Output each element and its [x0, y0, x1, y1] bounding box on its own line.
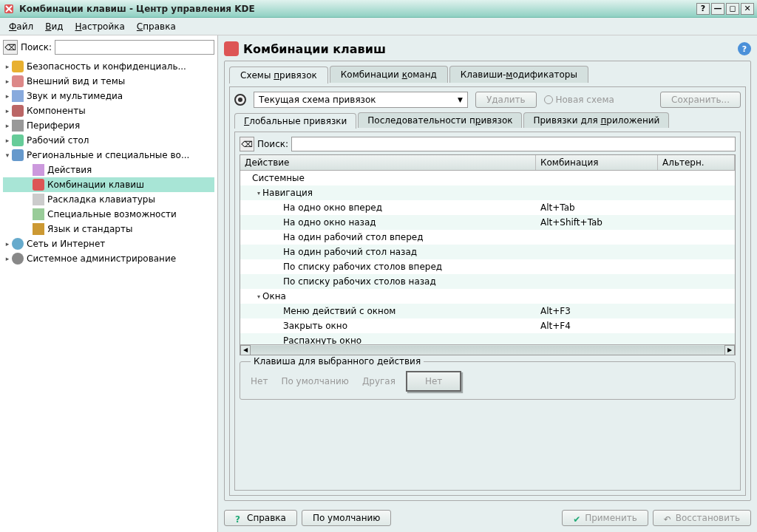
binding-subtabs: Глобальные привязкиПоследовательности пр…	[234, 112, 741, 128]
menu-file[interactable]: Файл	[3, 20, 39, 33]
page-title: Комбинации клавиш	[243, 42, 733, 56]
sidebar-item[interactable]: ▸Сеть и Интернет	[3, 236, 214, 251]
menu-settings[interactable]: Настройка	[69, 20, 131, 33]
table-row[interactable]: Закрыть окноAlt+F4	[240, 318, 735, 333]
delete-scheme-button[interactable]: Удалить	[475, 92, 537, 108]
table-row[interactable]: По списку рабочих столов вперед	[240, 259, 735, 274]
table-row[interactable]: ▾Навигация	[240, 185, 735, 200]
defaults-button[interactable]: По умолчанию	[302, 510, 392, 526]
group-legend: Клавиша для выбранного действия	[251, 356, 424, 366]
col-action[interactable]: Действие	[240, 155, 536, 170]
menu-help[interactable]: Справка	[131, 20, 182, 33]
radio-none[interactable]: Нет	[248, 376, 268, 386]
sidebar-item[interactable]: ▸Системное администрирование	[3, 251, 214, 266]
help-button[interactable]: ?	[696, 3, 710, 15]
footer-buttons: ?Справка По умолчанию ✔Применить ↶Восста…	[224, 505, 751, 526]
sidebar-subitem[interactable]: Раскладка клавиатуры	[3, 192, 214, 207]
shortcut-for-action-group: Клавиша для выбранного действия Нет По у…	[240, 361, 736, 400]
main-tab[interactable]: Комбинации команд	[330, 66, 448, 83]
sidebar-item[interactable]: ▸Компоненты	[3, 103, 214, 118]
window-title: Комбинации клавиш - Центр управления KDE	[19, 4, 696, 14]
table-row[interactable]: На один рабочий стол вперед	[240, 230, 735, 245]
table-row[interactable]: Системные	[240, 171, 735, 185]
main-tab[interactable]: Схемы привязок	[229, 66, 328, 83]
col-combo[interactable]: Комбинация	[536, 155, 658, 170]
sidebar-subitem[interactable]: Язык и стандарты	[3, 222, 214, 236]
app-icon	[3, 3, 15, 15]
restore-button[interactable]: ↶Восстановить	[653, 510, 751, 526]
sub-tab[interactable]: Последовательности привязок	[358, 112, 522, 128]
radio-default[interactable]: По умолчанию	[278, 376, 349, 386]
help-button-footer[interactable]: ?Справка	[224, 510, 297, 526]
table-search-input[interactable]	[291, 137, 736, 151]
menubar: Файл Вид Настройка Справка	[0, 18, 757, 35]
table-row[interactable]: ▾Окна	[240, 289, 735, 304]
shortcuts-table: Действие Комбинация Альтерн. Системные▾Н…	[240, 154, 736, 355]
current-scheme-radio-icon[interactable]	[234, 94, 246, 106]
sidebar-item[interactable]: ▸Безопасность и конфиденциаль...	[3, 59, 214, 74]
sidebar-item[interactable]: ▸Звук и мультимедиа	[3, 89, 214, 103]
main-tabs: Схемы привязокКомбинации командКлавиши-м…	[229, 66, 746, 83]
clear-search-icon[interactable]: ⌫	[3, 40, 18, 55]
table-row[interactable]: На одно окно впередAlt+Tab	[240, 200, 735, 215]
sidebar-item[interactable]: ▾Региональные и специальные во...	[3, 148, 214, 163]
table-search-label: Поиск:	[257, 139, 288, 149]
search-label: Поиск:	[21, 42, 52, 52]
table-row[interactable]: По списку рабочих столов назад	[240, 274, 735, 289]
sidebar-subitem[interactable]: Комбинации клавиш	[3, 177, 214, 192]
shortcut-capture-button[interactable]: Нет	[406, 371, 461, 392]
main-tab[interactable]: Клавиши-модификаторы	[449, 66, 588, 83]
whats-this-icon[interactable]: ?	[738, 42, 751, 55]
main-panel: Комбинации клавиш ? Схемы привязокКомбин…	[218, 35, 757, 532]
sidebar: ⌫ Поиск: ▸Безопасность и конфиденциаль..…	[0, 35, 218, 532]
search-input[interactable]	[55, 40, 214, 55]
minimize-button[interactable]: —	[711, 3, 724, 15]
chevron-down-icon: ▼	[458, 96, 463, 103]
apply-button[interactable]: ✔Применить	[562, 510, 648, 526]
horizontal-scrollbar[interactable]: ◀ ▶	[240, 344, 735, 355]
sidebar-subitem[interactable]: Специальные возможности	[3, 207, 214, 222]
menu-view[interactable]: Вид	[39, 20, 69, 33]
maximize-button[interactable]: ◻	[726, 3, 739, 15]
scheme-dropdown[interactable]: Текущая схема привязок ▼	[254, 92, 468, 108]
table-row[interactable]: Меню действий с окномAlt+F3	[240, 304, 735, 318]
scroll-right-icon[interactable]: ▶	[724, 345, 735, 355]
table-row[interactable]: Распахнуть окно	[240, 333, 735, 344]
category-tree: ▸Безопасность и конфиденциаль...▸Внешний…	[3, 59, 214, 528]
sidebar-item[interactable]: ▸Периферия	[3, 118, 214, 133]
sub-tab[interactable]: Глобальные привязки	[234, 113, 356, 129]
sidebar-item[interactable]: ▸Внешний вид и темы	[3, 74, 214, 89]
table-row[interactable]: На один рабочий стол назад	[240, 245, 735, 259]
save-scheme-button[interactable]: Сохранить...	[660, 92, 741, 108]
sidebar-subitem[interactable]: Действия	[3, 163, 214, 177]
table-row[interactable]: На одно окно назадAlt+Shift+Tab	[240, 215, 735, 230]
titlebar: Комбинации клавиш - Центр управления KDE…	[0, 0, 757, 18]
sub-tab[interactable]: Привязки для приложений	[523, 112, 669, 128]
new-scheme-radio[interactable]: Новая схема	[544, 95, 614, 105]
clear-table-search-icon[interactable]: ⌫	[240, 137, 254, 151]
scroll-left-icon[interactable]: ◀	[240, 345, 251, 355]
sidebar-item[interactable]: ▸Рабочий стол	[3, 133, 214, 148]
keyboard-shortcuts-icon	[224, 41, 239, 56]
close-button[interactable]: ✕	[741, 3, 754, 15]
radio-other[interactable]: Другая	[359, 376, 396, 386]
col-alt[interactable]: Альтерн.	[658, 155, 735, 170]
